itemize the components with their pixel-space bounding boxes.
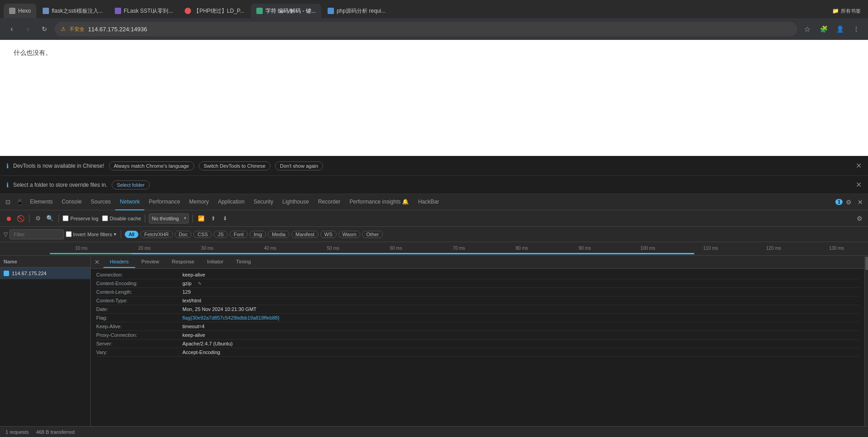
reload-button[interactable]: ↻ <box>38 23 51 35</box>
headers-tab-preview[interactable]: Preview <box>135 256 166 268</box>
network-settings-icon[interactable]: ⚙ <box>854 214 864 223</box>
timeline-label-130ms: 130 ms <box>805 246 868 251</box>
filter-tag-other[interactable]: Other <box>362 231 383 238</box>
back-button[interactable]: ‹ <box>5 23 18 35</box>
tab-console-label: Console <box>62 199 82 205</box>
tab-network-label: Network <box>120 199 140 205</box>
notify-btn2[interactable]: Switch DevTools to Chinese <box>199 161 270 170</box>
headers-tab-timing[interactable]: Timing <box>230 256 257 268</box>
filter-tag-manifest[interactable]: Manifest <box>291 231 319 238</box>
request-row-1[interactable]: 114.67.175.224 <box>0 267 90 279</box>
tab-php-green[interactable]: 字符 编码/解码 - 键... <box>251 4 321 18</box>
select-folder-button[interactable]: Select folder <box>112 180 149 189</box>
notify-btn1[interactable]: Always match Chrome's language <box>109 161 194 170</box>
filter-tag-doc[interactable]: Doc <box>175 231 192 238</box>
tab-memory[interactable]: Memory <box>185 194 213 210</box>
scrollbar-thumb[interactable] <box>865 257 868 270</box>
forward-button[interactable]: › <box>22 23 34 35</box>
filter-tag-ws[interactable]: WS <box>320 231 337 238</box>
header-row-date: Date: Mon, 25 Nov 2024 10:21:30 GMT <box>96 305 859 314</box>
tab-hexo[interactable]: Hexo <box>4 4 36 18</box>
online-icon[interactable]: 📶 <box>196 214 206 223</box>
header-key-content-encoding: Content-Encoding: <box>96 281 178 286</box>
browser-chrome: Hexo flask之ssti模板注入... FLask SSTI从零到... … <box>0 0 868 40</box>
tab-php-c[interactable]: 【PHP绕过】LD_P... <box>179 4 250 18</box>
devtools-close-icon[interactable]: ✕ <box>854 196 866 208</box>
filter-tag-img[interactable]: Img <box>250 231 266 238</box>
tab-console[interactable]: Console <box>57 194 86 210</box>
notify-close-icon[interactable]: ✕ <box>856 161 862 170</box>
filter-tag-wasm[interactable]: Wasm <box>338 231 361 238</box>
filter-tag-all[interactable]: All <box>125 231 138 238</box>
throttle-select[interactable]: No throttling Fast 3G Slow 3G Offline <box>149 214 189 223</box>
preserve-log-checkbox[interactable] <box>63 215 69 221</box>
record-button[interactable]: ⏺ <box>4 214 14 223</box>
header-val-flag[interactable]: flag{30e92a7d857c5429bdbb19a818ffeb88} <box>182 315 280 320</box>
menu-button[interactable]: ⋮ <box>850 23 863 35</box>
tab-recorder[interactable]: Recorder <box>314 194 345 210</box>
folder-info-icon: ℹ <box>6 181 9 189</box>
tab-network[interactable]: Network <box>115 194 144 210</box>
filter-tag-css[interactable]: CSS <box>193 231 212 238</box>
tab-security[interactable]: Security <box>249 194 278 210</box>
tab-sources[interactable]: Sources <box>86 194 115 210</box>
filter-tag-js[interactable]: JS <box>214 231 228 238</box>
tab-lighthouse[interactable]: Lighthouse <box>278 194 314 210</box>
search-toggle-button[interactable]: 🔍 <box>45 214 55 223</box>
star-button[interactable]: ☆ <box>801 23 814 35</box>
invert-checkbox[interactable] <box>66 231 72 237</box>
request-icon <box>4 271 9 276</box>
request-list-panel: Name 114.67.175.224 <box>0 256 91 426</box>
request-name-text: 114.67.175.224 <box>12 271 46 276</box>
tab-flask1[interactable]: flask之ssti模板注入... <box>37 4 108 18</box>
headers-close-btn[interactable]: ✕ <box>91 256 103 268</box>
timeline-labels-row: 10 ms 20 ms 30 ms 40 ms 50 ms 60 ms 70 m… <box>0 242 868 251</box>
devtools-icon-device[interactable]: 📱 <box>14 196 25 208</box>
name-col-header: Name <box>0 256 90 267</box>
timeline-label-10ms: 10 ms <box>50 246 113 251</box>
devtools-icon-inspect[interactable]: ⊡ <box>2 196 14 208</box>
filter-input[interactable] <box>10 229 64 239</box>
address-input[interactable]: ⚠ 不安全 114.67.175.224:14936 <box>54 22 797 36</box>
headers-tab-response[interactable]: Response <box>166 256 201 268</box>
timeline-label-80ms: 80 ms <box>490 246 554 251</box>
filter-tag-font[interactable]: Font <box>230 231 248 238</box>
header-row-connection: Connection: keep-alive <box>96 271 859 279</box>
tab-elements[interactable]: Elements <box>25 194 57 210</box>
extensions-button[interactable]: 🧩 <box>817 23 830 35</box>
right-scrollbar[interactable] <box>864 256 868 426</box>
header-key-keep-alive: Keep-Alive: <box>96 324 178 329</box>
tab-perf-insights[interactable]: Performance insights 🔔 <box>345 194 413 210</box>
folder-message: Select a folder to store override files … <box>13 182 107 188</box>
disable-cache-label: Disable cache <box>102 215 141 221</box>
tab-performance[interactable]: Performance <box>144 194 185 210</box>
folder-close-icon[interactable]: ✕ <box>856 180 862 189</box>
headers-tab-headers[interactable]: Headers <box>103 256 135 268</box>
status-bar: 1 requests 468 B transferred <box>0 426 868 437</box>
tab-php-green-label: 字符 编码/解码 - 键... <box>265 7 316 15</box>
edit-content-encoding-icon[interactable]: ✎ <box>198 281 201 286</box>
headers-tab-initiator[interactable]: Initiator <box>201 256 230 268</box>
tab-application[interactable]: Application <box>213 194 249 210</box>
header-key-flag: Flag: <box>96 315 178 320</box>
profile-button[interactable]: 👤 <box>834 23 846 35</box>
disable-cache-checkbox[interactable] <box>102 215 108 221</box>
tab-hackbar[interactable]: HackBar <box>413 194 443 210</box>
tab-memory-label: Memory <box>189 199 209 205</box>
filter-icon: ▽ <box>4 231 8 238</box>
filter-tag-media[interactable]: Media <box>268 231 289 238</box>
notify-btn3[interactable]: Don't show again <box>275 161 323 170</box>
filter-tag-fetch-xhr[interactable]: Fetch/XHR <box>140 231 173 238</box>
header-val-connection: keep-alive <box>182 272 205 277</box>
timeline-bar: 10 ms 20 ms 30 ms 40 ms 50 ms 60 ms 70 m… <box>0 242 868 256</box>
more-filters-btn[interactable]: More filters ▼ <box>88 232 117 237</box>
upload-icon[interactable]: ⬆ <box>208 214 218 223</box>
filter-toggle-button[interactable]: ⚙ <box>33 214 43 223</box>
download-icon[interactable]: ⬇ <box>220 214 230 223</box>
tab-php-blue[interactable]: php源码分析 requi... <box>322 4 391 18</box>
devtools-settings-icon[interactable]: ⚙ <box>843 196 854 208</box>
headers-panel: ✕ Headers Preview Response Initiator Tim… <box>91 256 864 426</box>
clear-button[interactable]: 🚫 <box>15 214 25 223</box>
notify-message: DevTools is now available in Chinese! <box>13 163 104 169</box>
tab-flask2[interactable]: FLask SSTI从零到... <box>109 4 179 18</box>
